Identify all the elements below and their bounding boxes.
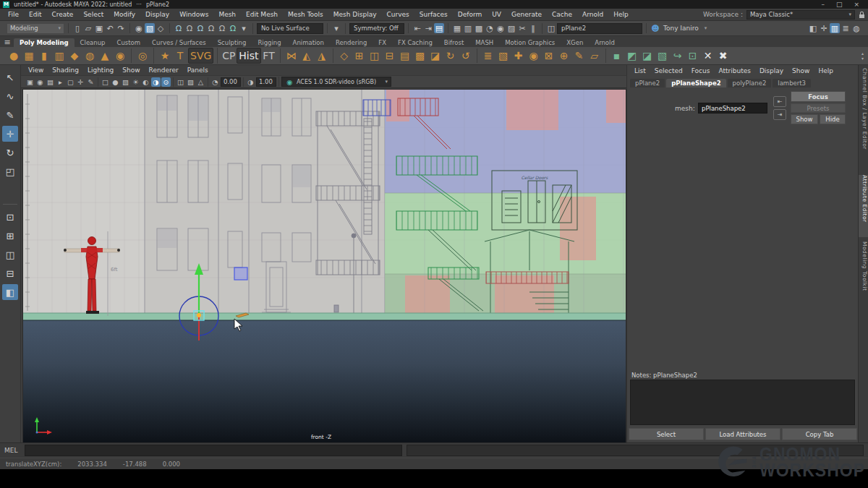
- snap-view-plane-icon[interactable]: Ω: [217, 23, 227, 33]
- menu-mesh-display[interactable]: Mesh Display: [328, 11, 382, 18]
- circularize-icon[interactable]: ◉: [527, 48, 541, 63]
- select-tool-icon[interactable]: ↖: [2, 69, 18, 85]
- menu-set-dropdown[interactable]: Modeling▾: [7, 23, 64, 34]
- fill-hole-icon[interactable]: ⊟: [383, 48, 397, 63]
- output-connections-icon[interactable]: ⇥: [423, 23, 433, 33]
- ae-menu-attributes[interactable]: Attributes: [714, 67, 754, 74]
- focus-button[interactable]: Focus: [791, 91, 846, 102]
- ae-menu-focus[interactable]: Focus: [687, 67, 715, 74]
- object-name-field[interactable]: pPlane2: [557, 23, 642, 34]
- colorspace-dropdown[interactable]: ◉ ACES 1.0 SDR-video (sRGB) ▾: [281, 77, 391, 87]
- close-button[interactable]: ×: [854, 1, 859, 8]
- select-button[interactable]: Select: [629, 428, 704, 440]
- node-forward-icon[interactable]: ⇥: [773, 109, 786, 120]
- shelf-tab-curves-surfaces[interactable]: Curves / Surfaces: [146, 38, 212, 47]
- panel-menu-panels[interactable]: Panels: [183, 67, 213, 74]
- rotate-edge-ccw-icon[interactable]: ↺: [459, 48, 473, 63]
- combine-icon[interactable]: ⋈: [284, 48, 299, 63]
- menu-edit-mesh[interactable]: Edit Mesh: [241, 11, 283, 18]
- extract-icon[interactable]: ◮: [315, 48, 329, 63]
- menu-deform[interactable]: Deform: [453, 11, 487, 18]
- ae-menu-list[interactable]: List: [630, 67, 650, 74]
- quad-draw-pen-icon[interactable]: ▱: [587, 48, 602, 63]
- mel-label[interactable]: MEL: [4, 447, 20, 454]
- symmetrize-icon[interactable]: ✕: [701, 48, 715, 63]
- shelf-tab-fx-caching[interactable]: FX Caching: [392, 38, 438, 47]
- anti-aliasing-icon[interactable]: ⊙: [161, 77, 171, 87]
- ae-menu-help[interactable]: Help: [814, 67, 838, 74]
- input-connections-icon[interactable]: ⇤: [412, 23, 422, 33]
- lasso-tool-icon[interactable]: ∿: [2, 88, 18, 104]
- menu-curves[interactable]: Curves: [382, 11, 414, 18]
- gamma-icon[interactable]: ◑: [246, 77, 255, 87]
- shelf-tab-rigging[interactable]: Rigging: [252, 38, 286, 47]
- input-line-selector-icon[interactable]: ◫: [546, 23, 556, 33]
- open-scene-icon[interactable]: ▱: [83, 23, 93, 33]
- shelf-menu-icon[interactable]: ≡: [2, 37, 12, 47]
- layout-outliner-persp-icon[interactable]: ◧: [2, 284, 18, 300]
- menu-arnold[interactable]: Arnold: [577, 11, 608, 18]
- panel-menu-view[interactable]: View: [24, 67, 48, 74]
- live-surface-field[interactable]: No Live Surface: [257, 23, 323, 34]
- select-vertices-icon[interactable]: ▪: [610, 48, 624, 63]
- render-setup-icon[interactable]: ▨: [506, 23, 516, 33]
- type-tool-icon[interactable]: T: [173, 48, 187, 63]
- snap-point-icon[interactable]: Ω: [195, 23, 205, 33]
- new-scene-icon[interactable]: ▯: [72, 23, 82, 33]
- hypershade-icon[interactable]: ◉: [495, 23, 506, 33]
- open-render-view-icon[interactable]: ▦: [452, 23, 462, 33]
- select-camera-icon[interactable]: ▣: [25, 77, 35, 87]
- textured-icon[interactable]: ▧: [121, 77, 130, 87]
- ae-tab-lambert3[interactable]: lambert3: [773, 79, 811, 87]
- bridge-icon[interactable]: ◫: [367, 48, 382, 63]
- shelf-scroll[interactable]: ▴▾: [861, 51, 865, 61]
- layout-four-pane-icon[interactable]: ⊞: [2, 228, 18, 244]
- mel-command-input[interactable]: [25, 445, 402, 456]
- delete-history-icon[interactable]: ✖: [716, 48, 731, 63]
- poly-sphere-icon[interactable]: ●: [7, 48, 21, 63]
- attribute-editor-toggle-icon[interactable]: ≣: [841, 23, 851, 33]
- use-all-lights-icon[interactable]: ☀: [131, 77, 140, 87]
- rotate-edge-cw-icon[interactable]: ↻: [443, 48, 458, 63]
- panel-menu-lighting[interactable]: Lighting: [83, 67, 118, 74]
- shelf-tab-custom[interactable]: Custom: [111, 38, 147, 47]
- shelf-tab-mash[interactable]: MASH: [469, 38, 499, 47]
- node-back-icon[interactable]: ⇤: [773, 96, 786, 107]
- select-object-icon[interactable]: ▧: [145, 23, 155, 33]
- selection-highlight[interactable]: [234, 267, 247, 280]
- presets-button[interactable]: Presets: [791, 103, 846, 113]
- snap-curve-icon[interactable]: Ω: [184, 23, 195, 33]
- shelf-tab-xgen[interactable]: XGen: [561, 38, 589, 47]
- ae-menu-show[interactable]: Show: [788, 67, 814, 74]
- notes-textarea[interactable]: [630, 380, 855, 425]
- select-component-icon[interactable]: ◇: [156, 23, 166, 33]
- smart-extrude-icon[interactable]: ▩: [413, 48, 427, 63]
- construction-history-icon[interactable]: ▤: [434, 23, 444, 33]
- bookmark-icon[interactable]: ▸: [56, 77, 65, 87]
- panel-menu-show[interactable]: Show: [118, 67, 144, 74]
- convert-selection-icon[interactable]: ↪: [671, 48, 685, 63]
- ae-menu-display[interactable]: Display: [755, 67, 788, 74]
- menu-surfaces[interactable]: Surfaces: [414, 11, 453, 18]
- pause-viewport-icon[interactable]: ‖: [528, 23, 538, 33]
- shadows-icon[interactable]: ◐: [141, 77, 150, 87]
- undo-icon[interactable]: ↶: [105, 23, 115, 33]
- save-scene-icon[interactable]: ▣: [94, 23, 104, 33]
- paint-select-tool-icon[interactable]: ✎: [2, 107, 18, 123]
- svg-tool-icon[interactable]: SVG: [188, 48, 213, 64]
- poly-cylinder-icon[interactable]: ▮: [37, 48, 51, 63]
- poly-disc-icon[interactable]: ◉: [113, 48, 127, 63]
- menu-generate[interactable]: Generate: [506, 11, 547, 18]
- pane-split-toggle-icon[interactable]: ✛: [819, 23, 829, 33]
- shelf-tab-poly-modeling[interactable]: Poly Modeling: [14, 38, 75, 47]
- mirror-icon[interactable]: ◇: [337, 48, 352, 63]
- panel-menu-shading[interactable]: Shading: [48, 67, 83, 74]
- append-polygon-icon[interactable]: ▤: [398, 48, 412, 63]
- modeling-toolkit-toggle-icon[interactable]: ◍: [851, 23, 861, 33]
- grid-fill-icon[interactable]: ⊞: [352, 48, 367, 63]
- scroll-up-icon[interactable]: ▴: [861, 51, 864, 56]
- smooth-shade-icon[interactable]: ●: [111, 77, 120, 87]
- redo-icon[interactable]: ↷: [116, 23, 126, 33]
- viewport-canvas[interactable]: Cellar Doors 6ft: [22, 89, 626, 444]
- cut-faces-icon[interactable]: ◪: [428, 48, 443, 63]
